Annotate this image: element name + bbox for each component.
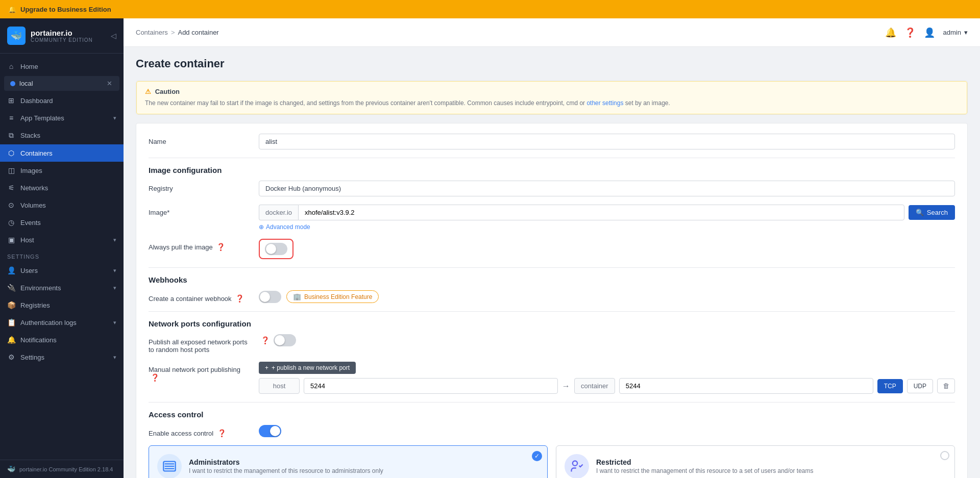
sidebar-item-environments[interactable]: 🔌 Environments ▾ xyxy=(0,279,124,296)
network-ports-title: Network ports configuration xyxy=(149,319,955,328)
upgrade-icon: 🔔 xyxy=(8,6,16,13)
sidebar-item-auth-logs[interactable]: 📋 Authentication logs ▾ xyxy=(0,314,124,331)
page-title: Create container xyxy=(136,57,968,70)
publish-new-port-button[interactable]: + + publish a new network port xyxy=(259,362,356,374)
user-icon[interactable]: 👤 xyxy=(924,27,935,38)
search-icon: 🔍 xyxy=(916,209,924,216)
publish-all-help-icon[interactable]: ❓ xyxy=(261,336,270,344)
sidebar-item-label: Networks xyxy=(20,184,48,192)
sidebar-item-label: Host xyxy=(20,236,34,244)
sidebar-item-volumes[interactable]: ⊙ Volumes xyxy=(0,196,124,214)
registry-label: Registry xyxy=(149,181,251,192)
sidebar-item-registries[interactable]: 📦 Registries xyxy=(0,296,124,314)
sidebar-item-label: Home xyxy=(20,63,38,70)
sidebar-item-app-templates[interactable]: ≡ App Templates ▾ xyxy=(0,109,124,127)
sidebar-item-dashboard[interactable]: ⊞ Dashboard xyxy=(0,92,124,109)
admin-access-card[interactable]: Administrators I want to restrict the ma… xyxy=(149,445,548,478)
restricted-card-desc: I want to restrict the management of thi… xyxy=(596,467,814,474)
caution-text: The new container may fail to start if t… xyxy=(145,98,959,108)
tcp-button[interactable]: TCP xyxy=(877,379,903,393)
host-port-input[interactable] xyxy=(304,378,558,394)
env-name: local xyxy=(19,80,33,87)
settings-icon: ⚙ xyxy=(7,353,15,361)
environment-item[interactable]: local ✕ xyxy=(4,76,119,91)
sidebar-item-label: Users xyxy=(20,267,38,274)
notifications-bell-icon[interactable]: 🔔 xyxy=(885,27,896,38)
toggle-thumb xyxy=(266,244,276,254)
sidebar-item-notifications[interactable]: 🔔 Notifications xyxy=(0,331,124,348)
access-cards: Administrators I want to restrict the ma… xyxy=(149,445,955,478)
upgrade-label: Upgrade to Business Edition xyxy=(20,6,111,13)
business-edition-badge[interactable]: 🏢 Business Edition Feature xyxy=(286,290,379,303)
sidebar-item-label: App Templates xyxy=(20,114,64,122)
udp-button[interactable]: UDP xyxy=(907,379,933,393)
env-close-button[interactable]: ✕ xyxy=(107,80,112,87)
always-pull-help-icon[interactable]: ❓ xyxy=(216,243,225,251)
admin-card-desc: I want to restrict the management of thi… xyxy=(189,467,383,474)
caution-icon: ⚠ xyxy=(145,88,151,95)
sidebar: 🐳 portainer.io COMMUNITY EDITION ◁ ⌂ Hom… xyxy=(0,18,124,478)
name-label: Name xyxy=(149,134,251,145)
restricted-card-icon xyxy=(565,454,589,478)
enable-access-help-icon[interactable]: ❓ xyxy=(217,429,226,437)
manual-ports-label: Manual network port publishing ❓ xyxy=(149,362,251,382)
search-button[interactable]: 🔍 Search xyxy=(909,205,955,220)
events-icon: ◷ xyxy=(7,218,15,227)
registry-select[interactable]: Docker Hub (anonymous) Local registry xyxy=(259,181,955,196)
publish-all-control: ❓ xyxy=(259,334,955,346)
env-status-dot xyxy=(10,81,15,86)
sidebar-item-events[interactable]: ◷ Events xyxy=(0,214,124,231)
restricted-access-card[interactable]: Restricted I want to restrict the manage… xyxy=(556,445,955,478)
expand-arrow-icon: ▾ xyxy=(113,237,116,243)
container-port-input[interactable] xyxy=(619,378,873,394)
image-input[interactable] xyxy=(298,205,904,220)
enable-access-toggle[interactable] xyxy=(259,425,955,437)
sidebar-item-home[interactable]: ⌂ Home xyxy=(0,58,124,75)
publish-all-label: Publish all exposed network ports to ran… xyxy=(149,334,251,354)
publish-all-toggle[interactable] xyxy=(274,334,296,346)
toggle-track xyxy=(259,425,281,437)
sidebar-item-networks[interactable]: ⚟ Networks xyxy=(0,179,124,196)
restricted-card-radio xyxy=(940,451,949,460)
sidebar-item-host[interactable]: ▣ Host ▾ xyxy=(0,231,124,248)
always-pull-row: Always pull the image ❓ xyxy=(149,239,955,259)
page-content: Create container ⚠ Caution The new conta… xyxy=(124,47,980,478)
manual-ports-help-icon[interactable]: ❓ xyxy=(151,373,159,382)
sidebar-item-stacks[interactable]: ⧉ Stacks xyxy=(0,127,124,144)
manual-ports-control: + + publish a new network port host → co… xyxy=(259,362,955,394)
sidebar-item-containers[interactable]: ⬡ Containers xyxy=(0,144,124,162)
always-pull-toggle[interactable] xyxy=(265,243,287,255)
sidebar-item-images[interactable]: ◫ Images xyxy=(0,162,124,179)
caution-link[interactable]: other settings xyxy=(586,99,625,107)
admin-card-icon xyxy=(157,454,182,478)
sidebar-logo: 🐳 portainer.io COMMUNITY EDITION ◁ xyxy=(0,18,124,54)
main-form-body: Name Image configuration Registry xyxy=(136,123,967,478)
plus-icon: + xyxy=(265,364,268,371)
sidebar-item-label: Containers xyxy=(20,149,53,157)
portainer-logo-icon: 🐳 xyxy=(7,27,26,45)
webhook-control: 🏢 Business Edition Feature xyxy=(259,290,955,303)
brand-name: portainer.io xyxy=(31,29,93,37)
toggle-thumb xyxy=(260,292,270,302)
sidebar-item-settings[interactable]: ⚙ Settings ▾ xyxy=(0,348,124,366)
images-icon: ◫ xyxy=(7,166,15,174)
footer-logo: 🐳 xyxy=(7,465,15,473)
user-menu[interactable]: admin ▾ xyxy=(943,29,968,36)
home-icon: ⌂ xyxy=(7,62,15,70)
caution-body: ⚠ Caution The new container may fail to … xyxy=(136,81,967,114)
sidebar-item-users[interactable]: 👤 Users ▾ xyxy=(0,262,124,279)
help-icon[interactable]: ❓ xyxy=(904,27,916,38)
name-input[interactable] xyxy=(259,134,955,149)
advanced-mode-link[interactable]: ⊕ Advanced mode xyxy=(259,223,955,231)
image-control: docker.io 🔍 Search ⊕ Advanced mode xyxy=(259,205,955,231)
create-container-panel: Name Image configuration Registry xyxy=(136,123,968,478)
toggle-track xyxy=(274,334,296,346)
webhook-help-icon[interactable]: ❓ xyxy=(235,294,244,303)
enable-access-row: Enable access control ❓ xyxy=(149,425,955,437)
delete-port-button[interactable]: 🗑 xyxy=(937,379,955,393)
webhook-toggle[interactable] xyxy=(259,291,281,303)
upgrade-topbar[interactable]: 🔔 Upgrade to Business Edition xyxy=(0,0,980,18)
breadcrumb-parent[interactable]: Containers xyxy=(136,29,168,36)
sidebar-collapse-button[interactable]: ◁ xyxy=(111,32,116,40)
sidebar-nav: ⌂ Home local ✕ ⊞ Dashboard ≡ App Templat… xyxy=(0,54,124,460)
